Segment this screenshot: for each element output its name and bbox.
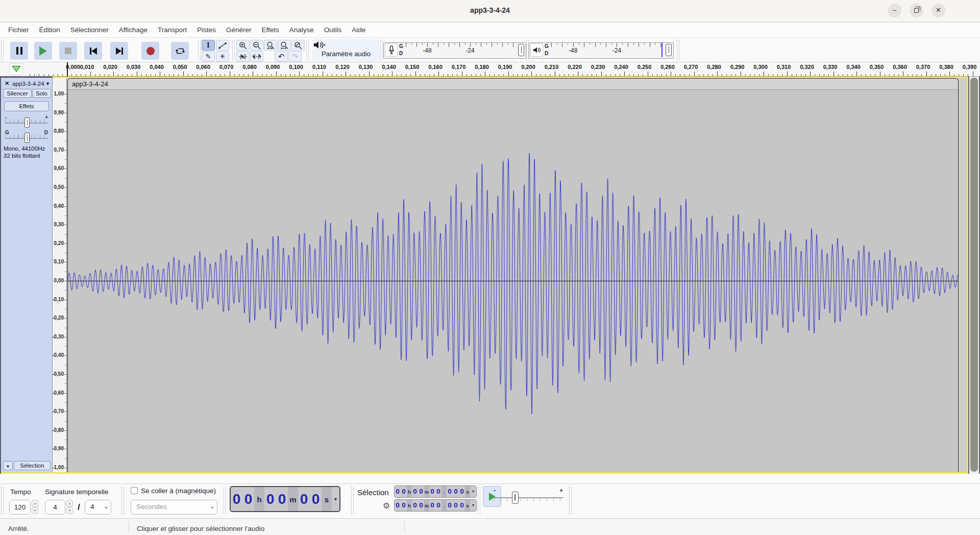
selection-toolbar-grip[interactable] xyxy=(351,487,354,515)
vertical-scrollbar-thumb[interactable] xyxy=(970,78,978,472)
menu-item-analyse[interactable]: Analyse xyxy=(284,23,319,37)
end-bottom-grip[interactable] xyxy=(569,487,572,515)
record-meter-grip[interactable] xyxy=(380,40,383,60)
pause-button[interactable] xyxy=(10,42,28,60)
selection-tool-button[interactable]: I xyxy=(202,40,215,51)
menu-item-affichage[interactable]: Affichage xyxy=(114,23,153,37)
audio-setup-grip[interactable] xyxy=(306,40,309,60)
record-meter[interactable]: GD -48 -24 xyxy=(383,42,526,59)
snap-checkbox[interactable] xyxy=(131,487,138,494)
zoom-selection-button[interactable] xyxy=(264,40,277,51)
play-button[interactable] xyxy=(34,42,52,60)
menu-item-edition[interactable]: Édition xyxy=(34,23,65,37)
menu-item-generer[interactable]: Générer xyxy=(221,23,257,37)
vertical-ruler[interactable]: 1,000,900,800,700,600,500,400,300,200,10… xyxy=(53,78,67,472)
pinned-playhead-button[interactable] xyxy=(9,63,23,75)
trim-audio-button[interactable] xyxy=(236,51,250,62)
zoom-out-button[interactable] xyxy=(250,40,263,51)
time-signature-upper-input[interactable]: 4 xyxy=(45,500,65,515)
time-field-caret-icon[interactable]: ▾ xyxy=(470,500,476,511)
track-select-button[interactable]: Sélection xyxy=(14,461,51,470)
playback-meter-button[interactable] xyxy=(530,43,543,57)
menu-bar: FichierÉditionSélectionnerAffichageTrans… xyxy=(0,23,980,38)
menu-item-selectionner[interactable]: Sélectionner xyxy=(65,23,114,37)
tempo-input[interactable]: 120 xyxy=(9,500,31,515)
undo-button[interactable]: ↶ xyxy=(275,51,288,62)
speed-slider[interactable]: - + xyxy=(493,487,564,505)
skip-end-icon xyxy=(110,42,128,60)
gain-slider[interactable]: - + xyxy=(4,114,49,128)
record-level-slider[interactable] xyxy=(518,44,524,56)
time-toolbar-grip[interactable] xyxy=(224,487,226,515)
edit-toolbar-grip[interactable] xyxy=(232,40,235,60)
multi-tool-button[interactable]: ✳ xyxy=(216,51,229,62)
waveform-zone[interactable] xyxy=(68,90,958,472)
clip-header[interactable]: app3-3-4-24 xyxy=(68,79,958,90)
silence-audio-icon xyxy=(252,53,261,60)
skip-start-icon xyxy=(84,42,102,60)
playback-level-slider[interactable] xyxy=(666,44,672,56)
vertical-scrollbar[interactable] xyxy=(969,77,979,474)
draw-tool-button[interactable]: ✎ xyxy=(202,51,215,62)
time-signature-lower-select[interactable]: 4 ⌄ xyxy=(85,500,111,515)
menu-item-aide[interactable]: Aide xyxy=(347,23,371,37)
snap-unit-select[interactable]: Secondes ⌄ xyxy=(131,500,217,515)
fit-project-button[interactable] xyxy=(278,40,291,51)
time-field-caret-icon[interactable]: ▾ xyxy=(332,487,339,511)
track-close-button[interactable]: ✕ xyxy=(3,80,11,87)
play-at-speed-grip[interactable] xyxy=(478,487,480,515)
zoom-in-button[interactable] xyxy=(236,40,250,51)
solo-button[interactable]: Solo xyxy=(32,89,51,98)
silence-audio-button[interactable] xyxy=(250,51,263,62)
timeline-ruler[interactable]: 0,0000,0100,0200,0300,0400,0500,0600,070… xyxy=(0,62,980,77)
bottom-toolbar-band: Tempo 120 ▲▼ Signature temporelle 4 ▲▼ /… xyxy=(0,483,980,518)
close-button[interactable]: ✕ xyxy=(932,4,945,17)
stop-button[interactable] xyxy=(59,42,77,60)
collapse-track-button[interactable]: ▲ xyxy=(3,461,13,470)
audio-setup-button[interactable]: Paramètre audio xyxy=(312,39,380,61)
playback-meter[interactable]: GD -48 -24 xyxy=(529,42,674,59)
time-field-caret-icon[interactable]: ▾ xyxy=(470,486,476,497)
selection-end-field[interactable]: 00h00m00.000s▾ xyxy=(394,499,477,512)
time-display[interactable]: 00h00m00s▾ xyxy=(230,486,340,512)
snap-toolbar-grip[interactable] xyxy=(121,487,124,515)
menu-item-effets[interactable]: Effets xyxy=(256,23,284,37)
menu-item-outils[interactable]: Outils xyxy=(319,23,347,37)
skip-to-end-button[interactable] xyxy=(110,42,128,60)
tempo-spinner[interactable]: ▲▼ xyxy=(32,500,38,515)
time-signature-spinner[interactable]: ▲▼ xyxy=(66,500,73,515)
menu-item-transport[interactable]: Transport xyxy=(153,23,192,37)
track-name-menu[interactable]: app3-3-4-24 ▼ xyxy=(11,79,51,88)
gain-slider-handle[interactable] xyxy=(24,117,30,128)
time-signature-toolbar-grip[interactable] xyxy=(1,487,4,515)
record-meter-button[interactable] xyxy=(385,43,398,57)
tools-toolbar-grip[interactable] xyxy=(198,40,201,60)
envelope-tool-button[interactable] xyxy=(216,40,229,51)
stop-icon xyxy=(59,42,77,60)
menu-item-pistes[interactable]: Pistes xyxy=(192,23,221,37)
track-canvas[interactable]: app3-3-4-24 xyxy=(67,78,967,472)
audio-clip[interactable]: app3-3-4-24 xyxy=(67,78,959,472)
pan-slider-handle[interactable] xyxy=(24,133,30,143)
audacity-window: app3-3-4-24 – ✕ FichierÉditionSélectionn… xyxy=(0,0,980,535)
selection-settings-gear-icon[interactable]: ⚙ xyxy=(381,500,392,512)
transport-toolbar-grip[interactable] xyxy=(1,40,4,60)
end-meters-grip[interactable] xyxy=(677,40,679,60)
time-signature-slash: / xyxy=(78,502,80,513)
minimize-button[interactable]: – xyxy=(888,4,901,17)
redo-button[interactable]: ↷ xyxy=(288,51,302,62)
skip-to-start-button[interactable] xyxy=(84,42,102,60)
effects-button[interactable]: Effets xyxy=(4,101,49,111)
loop-button[interactable] xyxy=(171,42,189,60)
pan-slider[interactable]: G D xyxy=(4,130,49,143)
playback-meter-db24: -24 xyxy=(612,47,621,54)
mute-button[interactable]: Silencer xyxy=(3,89,32,98)
speed-slider-handle[interactable] xyxy=(512,492,519,504)
restore-button[interactable] xyxy=(910,4,923,17)
selection-start-field[interactable]: 00h00m00.000s▾ xyxy=(394,485,477,498)
zoom-toggle-button[interactable] xyxy=(291,40,305,51)
speaker-icon xyxy=(312,40,380,50)
toolbar-band: I ✎ ✳ ↶ ↷ xyxy=(0,38,980,62)
menu-item-fichier[interactable]: Fichier xyxy=(3,23,34,37)
record-button[interactable] xyxy=(141,42,159,60)
